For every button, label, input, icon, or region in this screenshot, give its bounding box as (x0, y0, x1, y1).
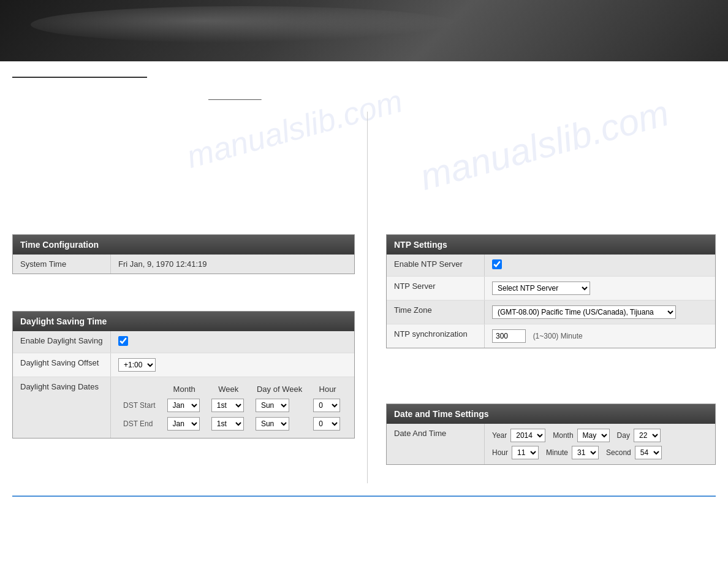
date-row: Year 2010201120122013201420152016 Month … (492, 429, 708, 442)
ntp-sync-value: (1~300) Minute (485, 324, 715, 348)
time-zone-value: (GMT-08.00) Pacific Time (US/Canada), Ti… (485, 301, 715, 324)
hour-select[interactable]: 01234567891011121314151617181920212223 (512, 446, 539, 459)
bottom-divider (12, 496, 716, 497)
time-zone-select[interactable]: (GMT-08.00) Pacific Time (US/Canada), Ti… (492, 305, 676, 319)
dst-start-week-select[interactable]: 1st2nd3rd4thLast (211, 399, 244, 412)
dst-end-label: DST End (118, 415, 162, 433)
nav-link[interactable] (208, 92, 262, 101)
date-time-settings-panel: Date and Time Settings Date And Time Yea… (386, 404, 716, 465)
right-column: manualslib.com NTP Settings Enable NTP S… (380, 112, 716, 483)
time-row: Hour 01234567891011121314151617181920212… (492, 446, 708, 459)
date-time-settings-header: Date and Time Settings (387, 404, 715, 424)
watermark-right: manualslib.com (415, 91, 673, 199)
second-label: Second (606, 448, 631, 457)
dst-start-month-select[interactable]: JanFebMarAprMayJunJulAugSepOctNovDec (167, 399, 200, 412)
date-time-row: Date And Time Year 201020112012201320142… (387, 424, 715, 464)
dst-start-hour-cell: 0123456789101112 (308, 396, 347, 415)
ntp-sync-hint: (1~300) Minute (533, 332, 583, 340)
day-label: Day (617, 431, 630, 440)
ntp-server-value: Select NTP Server pool.ntp.org time.goog… (485, 277, 715, 300)
left-column: Time Configuration System Time Fri Jan, … (12, 112, 368, 483)
dst-col-week: Week (207, 382, 251, 396)
ntp-sync-input[interactable] (492, 329, 526, 343)
time-configuration-panel: Time Configuration System Time Fri Jan, … (12, 234, 355, 274)
hour-label: Hour (492, 448, 508, 457)
dst-table: Month Week Day of Week Hour DST Start (118, 382, 347, 433)
dst-end-dow-select[interactable]: SunMonTueWedThuFriSat (256, 417, 289, 431)
dst-col-dow: Day of Week (251, 382, 308, 396)
time-configuration-header: Time Configuration (13, 235, 354, 255)
enable-daylight-row: Enable Daylight Saving (13, 331, 354, 353)
enable-daylight-label: Enable Daylight Saving (13, 331, 111, 353)
year-label: Year (492, 431, 507, 440)
dst-offset-value: +1:00 +0:30 -0:30 -1:00 (111, 353, 354, 377)
dst-offset-label: Daylight Saving Offset (13, 353, 111, 377)
ntp-settings-panel: NTP Settings Enable NTP Server NTP Serve… (386, 234, 716, 348)
dst-end-row: DST End JanFebMarAprMayJunJulAugSepOctNo… (118, 415, 347, 433)
ntp-enable-value (485, 255, 715, 276)
ntp-sync-label: NTP synchronization (387, 324, 485, 348)
system-time-row: System Time Fri Jan, 9, 1970 12:41:19 (13, 255, 354, 274)
ntp-sync-row: NTP synchronization (1~300) Minute (387, 324, 715, 348)
ntp-settings-header: NTP Settings (387, 235, 715, 255)
dst-end-dow-cell: SunMonTueWedThuFriSat (251, 415, 308, 433)
dst-start-month-cell: JanFebMarAprMayJunJulAugSepOctNovDec (162, 396, 207, 415)
system-time-value: Fri Jan, 9, 1970 12:41:19 (111, 255, 354, 274)
system-time-label: System Time (13, 255, 111, 274)
minute-select[interactable]: 0123456789101112131415161718192021222324… (572, 446, 599, 459)
ntp-enable-label: Enable NTP Server (387, 255, 485, 276)
month-label: Month (553, 431, 573, 440)
ntp-enable-row: Enable NTP Server (387, 255, 715, 277)
dst-end-week-cell: 1st2nd3rd4thLast (207, 415, 251, 433)
month-select[interactable]: JanFebMarAprMayJunJulAugSepOctNovDec (577, 429, 610, 442)
date-time-label: Date And Time (387, 424, 485, 464)
section-divider (12, 77, 147, 78)
year-select[interactable]: 2010201120122013201420152016 (510, 429, 545, 442)
day-select[interactable]: 1234567891011121314151617181920212223242… (634, 429, 661, 442)
dst-end-hour-cell: 0123456789101112 (308, 415, 347, 433)
minute-label: Minute (546, 448, 568, 457)
dst-end-month-cell: JanFebMarAprMayJunJulAugSepOctNovDec (162, 415, 207, 433)
dst-dates-value: Month Week Day of Week Hour DST Start (111, 377, 354, 438)
enable-daylight-value (111, 331, 354, 353)
dst-col-hour: Hour (308, 382, 347, 396)
date-time-fields: Year 2010201120122013201420152016 Month … (485, 424, 715, 464)
ntp-enable-checkbox[interactable] (492, 259, 502, 269)
dst-end-week-select[interactable]: 1st2nd3rd4thLast (211, 417, 244, 431)
dst-end-month-select[interactable]: JanFebMarAprMayJunJulAugSepOctNovDec (167, 417, 200, 431)
dst-dates-row: Daylight Saving Dates Month Week Day of … (13, 377, 354, 438)
time-zone-label: Time Zone (387, 301, 485, 324)
dst-start-dow-select[interactable]: SunMonTueWedThuFriSat (256, 399, 289, 412)
ntp-server-row: NTP Server Select NTP Server pool.ntp.or… (387, 277, 715, 301)
dst-dates-label: Daylight Saving Dates (13, 377, 111, 438)
dst-offset-select[interactable]: +1:00 +0:30 -0:30 -1:00 (118, 358, 156, 372)
dst-start-week-cell: 1st2nd3rd4thLast (207, 396, 251, 415)
dst-start-label: DST Start (118, 396, 162, 415)
ntp-server-label: NTP Server (387, 277, 485, 300)
header-banner (0, 0, 728, 61)
daylight-saving-header: Daylight Saving Time (13, 312, 354, 331)
dst-offset-row: Daylight Saving Offset +1:00 +0:30 -0:30… (13, 353, 354, 377)
second-select[interactable]: 0123456789101112131415161718192021222324… (635, 446, 662, 459)
dst-start-hour-select[interactable]: 0123456789101112 (313, 399, 340, 412)
dst-start-row: DST Start JanFebMarAprMayJunJulAugSepOct… (118, 396, 347, 415)
dst-end-hour-select[interactable]: 0123456789101112 (313, 417, 340, 431)
ntp-server-select[interactable]: Select NTP Server pool.ntp.org time.goog… (492, 282, 590, 295)
dst-col-spacer (118, 382, 162, 396)
dst-col-month: Month (162, 382, 207, 396)
dst-start-dow-cell: SunMonTueWedThuFriSat (251, 396, 308, 415)
enable-daylight-checkbox[interactable] (118, 336, 128, 346)
daylight-saving-panel: Daylight Saving Time Enable Daylight Sav… (12, 311, 355, 439)
time-zone-row: Time Zone (GMT-08.00) Pacific Time (US/C… (387, 301, 715, 324)
